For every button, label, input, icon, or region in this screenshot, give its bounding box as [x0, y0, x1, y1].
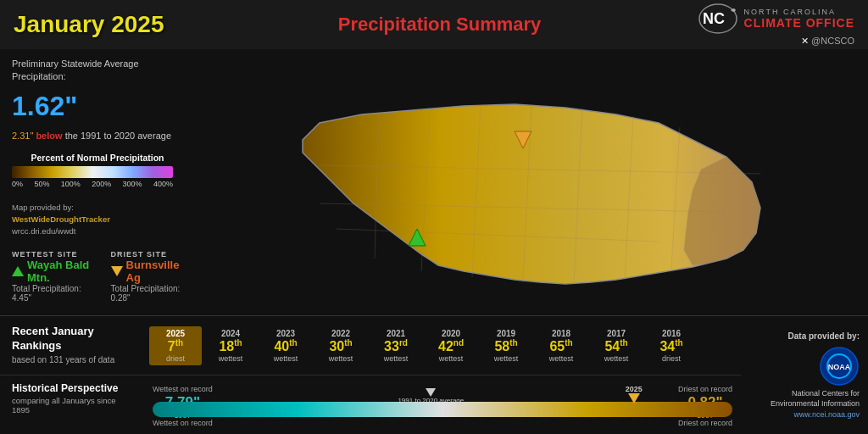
rankings-sub: based on 131 years of data — [12, 355, 132, 364]
wettest-site: WETTEST SITE Wayah Bald Mtn. Total Preci… — [12, 250, 94, 303]
ranking-cell-2024: 2024 18th wettest — [204, 326, 257, 365]
year-label: 2021 — [371, 329, 420, 338]
ranking-cell-2019: 2019 58th wettest — [480, 326, 532, 365]
rank-type: wettest — [481, 354, 531, 363]
rank-type: wettest — [426, 354, 476, 363]
noaa-logo: NOAA — [819, 346, 860, 387]
current-year-triangle — [628, 393, 640, 403]
rank-num: 18th — [219, 339, 242, 353]
rankings-left: Recent January Rankings based on 131 yea… — [0, 316, 144, 375]
twitter-handle: ✕ @NCSCO — [801, 36, 854, 47]
ranking-cell-2023: 2023 40th wettest — [259, 326, 312, 365]
current-year-marker: 2025 — [626, 385, 643, 403]
rank-type: wettest — [592, 354, 641, 363]
map-credit: Map provided by: WestWideDroughtTracker … — [12, 202, 183, 238]
avg-marker: 1991 to 2020 average — [398, 388, 464, 404]
year-label: 2016 — [647, 329, 696, 338]
year-label: 2025 — [151, 329, 200, 338]
rank-type: driest — [151, 354, 200, 363]
ranking-cell-2025: 2025 7th driest — [149, 326, 202, 365]
wettest-driest: WETTEST SITE Wayah Bald Mtn. Total Preci… — [12, 250, 183, 303]
header: January 2025 Precipitation Summary NC NO… — [0, 0, 868, 49]
hist-bar-wrapper: Wettest on record 7.79" 1937 Driest on r… — [153, 385, 732, 427]
rank-type: driest — [647, 354, 696, 363]
rank-type: wettest — [537, 354, 586, 363]
hist-sub: comparing all Januarys since 1895 — [12, 396, 132, 415]
logo-area: NC NORTH CAROLINA CLIMATE OFFICE ✕ @NCSC… — [698, 3, 854, 47]
driest-icon — [111, 266, 123, 276]
avg-triangle — [426, 388, 436, 397]
page-subtitle: Precipitation Summary — [181, 14, 698, 36]
hist-left: Historical Perspective comparing all Jan… — [0, 376, 144, 435]
svg-text:NC: NC — [703, 10, 725, 27]
year-label: 2022 — [316, 329, 365, 338]
precip-below: 2.31" below the 1991 to 2020 average — [12, 131, 183, 141]
year-label: 2024 — [206, 329, 255, 338]
year-label: 2017 — [592, 329, 641, 338]
rank-type: wettest — [316, 354, 365, 363]
wettest-icon — [12, 266, 24, 276]
precip-value: 1.62" — [12, 91, 77, 121]
rank-num: 7th — [168, 339, 183, 353]
rankings-cells: 2025 7th driest 2024 18th wettest 2023 4… — [149, 326, 736, 365]
svg-text:NOAA: NOAA — [828, 363, 851, 371]
rank-type: wettest — [206, 354, 255, 363]
legend-title: Percent of Normal Precipitation — [12, 153, 183, 163]
rank-num: 54th — [604, 339, 627, 353]
year-label: 2020 — [426, 329, 476, 338]
rank-num: 65th — [549, 339, 572, 353]
map-area — [195, 49, 868, 315]
content-area: Preliminary Statewide Average Precipitat… — [0, 49, 868, 315]
hist-row: Historical Perspective comparing all Jan… — [0, 376, 741, 435]
ranking-cell-2017: 2017 54th wettest — [590, 326, 643, 365]
page-title: January 2025 — [14, 11, 164, 38]
hist-bar: 1991 to 2020 average 2025 — [153, 402, 732, 417]
rank-num: 34th — [659, 339, 682, 353]
rankings-title: Recent January Rankings — [12, 325, 132, 353]
rankings-row: Recent January Rankings based on 131 yea… — [0, 316, 741, 376]
hist-labels-row: Wettest on record Driest on record — [153, 419, 732, 427]
ranking-cell-2020: 2020 42nd wettest — [425, 326, 477, 365]
rank-num: 42nd — [438, 339, 464, 353]
legend-gradient — [12, 166, 173, 178]
rank-num: 33rd — [384, 339, 408, 353]
rank-num: 40th — [274, 339, 297, 353]
year-label: 2023 — [261, 329, 310, 338]
rank-num: 30th — [329, 339, 352, 353]
nc-logo-icon: NC — [698, 3, 737, 34]
legend-labels: 0% 50% 100% 200% 300% 400% — [12, 180, 173, 188]
nc-map — [294, 72, 769, 292]
logo-line2: CLIMATE OFFICE — [744, 16, 854, 30]
data-credit: Data provided by: NOAA National Centers … — [741, 316, 868, 434]
rank-type: wettest — [261, 354, 310, 363]
rankings-table: 2025 7th driest 2024 18th wettest 2023 4… — [144, 316, 741, 375]
ranking-cell-2022: 2022 30th wettest — [314, 326, 367, 365]
ranking-cell-2018: 2018 65th wettest — [535, 326, 587, 365]
rank-type: wettest — [371, 354, 420, 363]
driest-site: DRIEST SITE Burnsville Ag Total Precipit… — [111, 250, 183, 303]
year-label: 2018 — [537, 329, 586, 338]
legend-box: Percent of Normal Precipitation 0% 50% 1… — [12, 153, 183, 188]
rank-num: 58th — [494, 339, 517, 353]
hist-bar-area: Wettest on record 7.79" 1937 Driest on r… — [144, 376, 741, 435]
precip-label: Preliminary Statewide Average Precipitat… — [12, 58, 183, 84]
hist-title: Historical Perspective — [12, 382, 132, 394]
year-label: 2019 — [481, 329, 531, 338]
logo-line1: NORTH CAROLINA — [744, 8, 854, 16]
left-panel: Preliminary Statewide Average Precipitat… — [0, 49, 195, 315]
ranking-cell-2021: 2021 33rd wettest — [370, 326, 422, 365]
bottom-panel: Recent January Rankings based on 131 yea… — [0, 315, 868, 434]
ranking-cell-2016: 2016 34th driest — [645, 326, 698, 365]
